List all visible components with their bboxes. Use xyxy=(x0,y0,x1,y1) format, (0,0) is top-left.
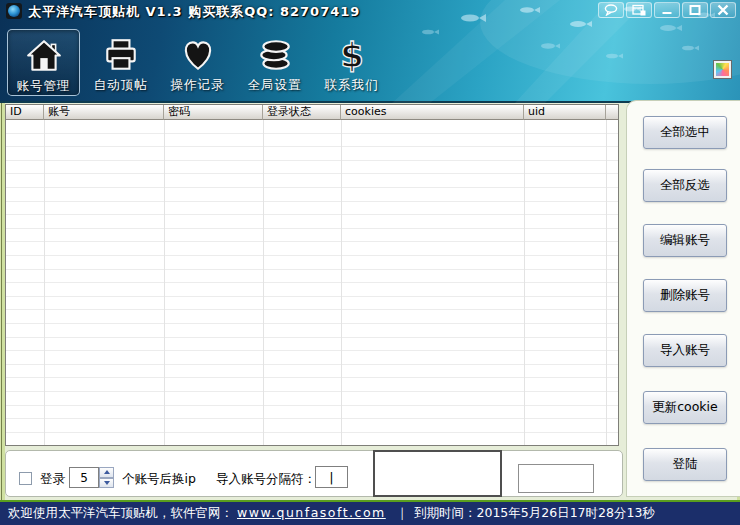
preview-box-small xyxy=(518,464,594,493)
column-header-登录状态[interactable]: 登录状态 xyxy=(263,105,341,120)
invert-selection-button[interactable]: 全部反选 xyxy=(643,169,727,202)
minimize-icon xyxy=(659,1,675,20)
heart-icon xyxy=(179,34,217,76)
chat-icon xyxy=(603,1,619,20)
column-header-账号[interactable]: 账号 xyxy=(44,105,164,120)
account-table-body[interactable] xyxy=(6,120,618,445)
toolbar-item-dollar[interactable]: $联系我们 xyxy=(315,29,388,96)
toolbar-item-printer[interactable]: 自动顶帖 xyxy=(84,29,157,96)
account-table: ID账号密码登录状态cookiesuid xyxy=(5,104,619,446)
status-bar: 欢迎使用太平洋汽车顶贴机，软件官网：www.qunfasoft.com｜到期时间… xyxy=(0,500,740,525)
accounts-per-ip-suffix-label: 个账号后换ip xyxy=(122,471,196,488)
toolbar-item-label: 操作记录 xyxy=(171,77,225,94)
window-edit-icon xyxy=(631,1,647,20)
column-header-cookies[interactable]: cookies xyxy=(341,105,524,120)
toolbar-item-label: 全局设置 xyxy=(248,77,302,94)
official-site-link[interactable]: www.qunfasoft.com xyxy=(237,505,386,520)
svg-text:$: $ xyxy=(340,36,364,74)
column-grid-line xyxy=(164,120,165,445)
toolbar-item-heart[interactable]: 操作记录 xyxy=(161,29,234,96)
expiry-label: 到期时间： xyxy=(414,505,477,520)
close-button[interactable] xyxy=(710,2,736,18)
edit-account-button[interactable]: 编辑账号 xyxy=(643,224,727,257)
minimize-button[interactable] xyxy=(654,2,680,18)
logo-orb xyxy=(8,5,20,17)
coins-icon xyxy=(256,34,294,76)
app-logo-icon[interactable] xyxy=(6,3,22,19)
account-table-header: ID账号密码登录状态cookiesuid xyxy=(6,105,618,120)
update-cookie-button[interactable]: 更新cookie xyxy=(643,391,727,424)
column-grid-line xyxy=(263,120,264,445)
spinner-down-icon[interactable] xyxy=(99,478,114,489)
maximize-button[interactable] xyxy=(682,2,708,18)
import-account-button[interactable]: 导入账号 xyxy=(643,334,727,367)
column-grid-line xyxy=(524,120,525,445)
column-header-密码[interactable]: 密码 xyxy=(164,105,263,120)
import-separator-label: 导入账号分隔符： xyxy=(216,471,316,488)
expiry-value: 2015年5月26日17时28分13秒 xyxy=(477,505,655,520)
select-all-button[interactable]: 全部选中 xyxy=(643,116,727,149)
banner: 太平洋汽车顶贴机 V1.3 购买联系QQ: 82707419 账号管理自动顶帖操… xyxy=(0,0,740,103)
window-edit-button[interactable] xyxy=(626,2,652,18)
accounts-per-ip-input[interactable] xyxy=(69,467,99,488)
window-title: 太平洋汽车顶贴机 V1.3 购买联系QQ: 82707419 xyxy=(28,3,360,21)
close-icon xyxy=(715,1,731,20)
login-switch-ip-checkbox[interactable] xyxy=(19,472,32,485)
spinner-up-icon[interactable] xyxy=(99,467,114,478)
side-action-panel: 全部选中全部反选编辑账号删除账号导入账号更新cookie登陆 xyxy=(626,100,740,497)
dollar-icon: $ xyxy=(333,34,371,76)
column-grid-line xyxy=(606,120,607,445)
column-header-uid[interactable]: uid xyxy=(524,105,606,120)
login-checkbox-label: 登录 xyxy=(40,471,65,488)
toolbar-item-label: 联系我们 xyxy=(325,77,379,94)
delete-account-button[interactable]: 删除账号 xyxy=(643,279,727,312)
login-button[interactable]: 登陆 xyxy=(643,448,727,481)
status-welcome-text: 欢迎使用太平洋汽车顶贴机，软件官网： xyxy=(8,505,233,520)
accounts-per-ip-spinner xyxy=(99,467,114,488)
home-icon xyxy=(25,35,63,77)
app-window: 太平洋汽车顶贴机 V1.3 购买联系QQ: 82707419 账号管理自动顶帖操… xyxy=(0,0,740,525)
toolbar-item-home[interactable]: 账号管理 xyxy=(7,29,80,96)
toolbar-item-label: 账号管理 xyxy=(17,78,71,95)
status-divider: ｜ xyxy=(396,505,408,520)
maximize-icon xyxy=(687,1,703,20)
column-grid-line xyxy=(341,120,342,445)
toolbar-item-label: 自动顶帖 xyxy=(94,77,148,94)
chat-button[interactable] xyxy=(598,2,624,18)
skin-palette-icon[interactable] xyxy=(714,61,731,78)
column-header-extra[interactable] xyxy=(606,105,618,120)
printer-icon xyxy=(102,34,140,76)
preview-box-large xyxy=(373,450,502,497)
import-separator-input[interactable] xyxy=(315,466,348,488)
window-controls xyxy=(598,2,736,18)
column-grid-line xyxy=(44,120,45,445)
column-header-ID[interactable]: ID xyxy=(6,105,44,120)
toolbar-item-coins[interactable]: 全局设置 xyxy=(238,29,311,96)
